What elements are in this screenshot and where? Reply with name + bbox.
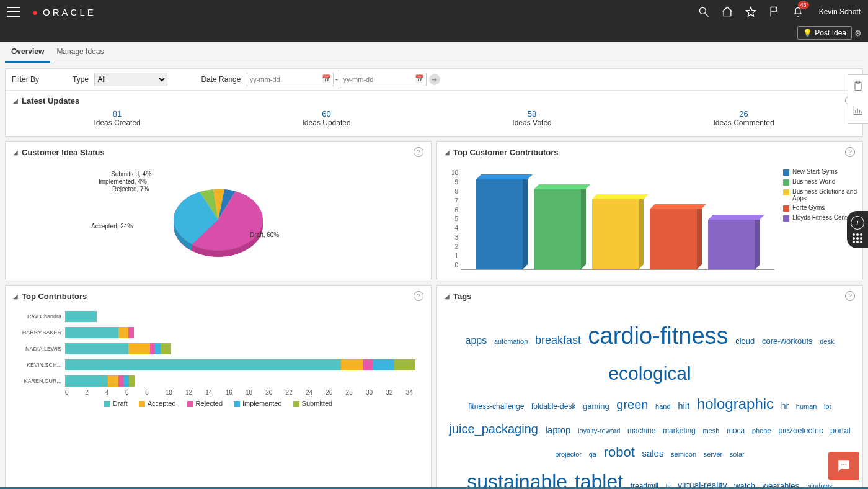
- tag-link[interactable]: foldable-desk: [531, 400, 575, 414]
- tag-link[interactable]: moca: [727, 424, 745, 438]
- secondary-bar: 💡 Post Idea ⚙: [0, 24, 868, 42]
- calendar-icon[interactable]: 📅: [415, 74, 424, 83]
- tag-link[interactable]: juice_packaging: [449, 418, 538, 440]
- collapse-icon[interactable]: ◢: [13, 149, 18, 156]
- pie-label-rejected: Rejected, 7%: [112, 186, 149, 192]
- tag-link[interactable]: projector: [555, 449, 582, 461]
- tags-title: Tags: [453, 292, 471, 301]
- post-idea-button[interactable]: 💡 Post Idea: [797, 26, 852, 40]
- tag-link[interactable]: ecological: [608, 357, 691, 390]
- tag-link[interactable]: hr: [781, 398, 789, 414]
- stat-commented-lbl: Ideas Commented: [714, 119, 774, 127]
- tag-link[interactable]: hand: [655, 401, 670, 413]
- stat-created-lbl: Ideas Created: [94, 119, 140, 127]
- svg-point-6: [843, 464, 845, 466]
- tab-manage-ideas[interactable]: Manage Ideas: [50, 42, 110, 63]
- tag-link[interactable]: qa: [589, 449, 596, 461]
- tag-link[interactable]: loyalty-reward: [578, 425, 620, 437]
- type-select[interactable]: All: [94, 73, 167, 86]
- date-dash: -: [335, 75, 338, 84]
- tag-link[interactable]: breakfast: [535, 330, 581, 350]
- top-contrib-title: Top Contributors: [22, 292, 87, 301]
- lightbulb-icon: 💡: [803, 29, 812, 37]
- right-rail: [848, 74, 868, 124]
- home-icon[interactable]: [721, 6, 733, 18]
- collapse-icon[interactable]: ◢: [13, 293, 18, 300]
- tag-cloud: apps automation breakfast cardio-fitness…: [437, 306, 862, 489]
- notification-badge: 43: [798, 1, 809, 9]
- stat-created-num[interactable]: 81: [94, 109, 140, 119]
- tag-link[interactable]: laptop: [546, 421, 571, 438]
- tag-link[interactable]: core-workouts: [762, 334, 813, 348]
- notifications-icon[interactable]: 43: [792, 5, 804, 19]
- tag-link[interactable]: apps: [466, 332, 487, 350]
- tag-link[interactable]: automation: [494, 336, 528, 348]
- help-icon[interactable]: ?: [845, 147, 855, 157]
- pie-label-accepted: Accepted, 24%: [91, 223, 133, 230]
- collapse-icon[interactable]: ◢: [13, 97, 18, 104]
- stat-voted-num[interactable]: 58: [512, 109, 551, 119]
- star-icon[interactable]: [745, 6, 757, 18]
- pie-label-submitted: Submitted, 4%: [111, 171, 151, 177]
- menu-icon[interactable]: [7, 7, 20, 17]
- help-icon[interactable]: ?: [845, 291, 855, 301]
- stat-updated-num[interactable]: 60: [303, 109, 351, 119]
- tag-link[interactable]: iot: [824, 401, 831, 413]
- collapse-icon[interactable]: ◢: [445, 149, 450, 156]
- collapse-icon[interactable]: ◢: [445, 293, 450, 300]
- bar-legend: New Start Gyms Business World Business S…: [777, 164, 857, 270]
- tag-link[interactable]: piezoelectric: [778, 423, 823, 437]
- tag-link[interactable]: sales: [642, 445, 663, 462]
- chat-button[interactable]: [828, 452, 859, 480]
- tag-link[interactable]: marketing: [663, 424, 696, 438]
- pie-label-implemented: Implemented, 4%: [99, 178, 147, 185]
- tag-link[interactable]: server: [704, 449, 723, 461]
- info-widget[interactable]: i: [847, 211, 868, 248]
- date-to-input[interactable]: [340, 73, 427, 86]
- tag-link[interactable]: tablet: [575, 464, 623, 489]
- stat-updated-lbl: Ideas Updated: [303, 119, 351, 127]
- tag-link[interactable]: cardio-fitness: [588, 315, 728, 357]
- clipboard-icon[interactable]: [848, 75, 868, 99]
- cust-contrib-title: Top Customer Contributors: [453, 148, 558, 157]
- tag-link[interactable]: sustainable: [467, 464, 567, 489]
- tag-link[interactable]: phone: [752, 425, 771, 437]
- top-contrib-chart: Ravi.Chandra HARRY.BAKER NADIA.LEWIS KEV…: [6, 306, 431, 411]
- tag-link[interactable]: desk: [820, 336, 834, 348]
- tag-link[interactable]: gaming: [583, 399, 609, 413]
- y-axis: 109876543210: [445, 169, 461, 270]
- tabs: Overview Manage Ideas: [5, 42, 863, 63]
- svg-point-5: [841, 464, 843, 466]
- tag-link[interactable]: solar: [730, 449, 745, 461]
- stat-commented-num[interactable]: 26: [714, 109, 774, 119]
- stat-voted-lbl: Ideas Voted: [512, 119, 551, 127]
- tag-link[interactable]: human: [796, 401, 817, 413]
- flag-icon[interactable]: [768, 6, 781, 18]
- chart-icon[interactable]: [848, 99, 868, 123]
- help-icon[interactable]: ?: [414, 291, 423, 301]
- tag-link[interactable]: green: [616, 393, 648, 416]
- tag-link[interactable]: fitness-challenge: [468, 400, 524, 414]
- tag-link[interactable]: hiit: [678, 397, 689, 414]
- tag-link[interactable]: machine: [627, 424, 655, 438]
- tag-link[interactable]: semicon: [671, 449, 696, 461]
- apply-filter-button[interactable]: ➔: [429, 74, 440, 85]
- tag-link[interactable]: robot: [604, 440, 635, 465]
- tag-link[interactable]: mesh: [702, 425, 719, 437]
- date-from-input[interactable]: [247, 73, 334, 86]
- dialpad-icon: [852, 233, 862, 243]
- tab-overview[interactable]: Overview: [5, 42, 50, 63]
- info-icon: i: [851, 216, 864, 230]
- pie-label-draft: Draft, 60%: [250, 231, 279, 238]
- help-icon[interactable]: ?: [414, 147, 423, 157]
- tag-link[interactable]: holographic: [697, 390, 774, 417]
- bar-chart: [461, 169, 774, 270]
- search-icon[interactable]: [698, 6, 710, 18]
- type-label: Type: [73, 75, 89, 84]
- tag-link[interactable]: portal: [830, 423, 851, 437]
- tag-link[interactable]: cloud: [735, 334, 755, 348]
- idea-status-title: Customer Idea Status: [22, 148, 105, 157]
- calendar-icon[interactable]: 📅: [322, 74, 331, 83]
- user-name[interactable]: Kevin Schott: [819, 7, 861, 16]
- settings-icon[interactable]: ⚙: [854, 29, 862, 38]
